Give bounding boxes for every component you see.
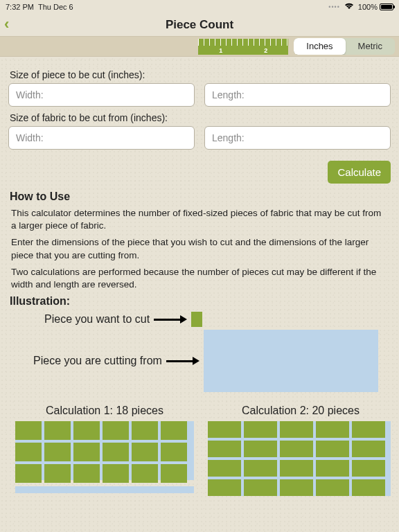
page-title: Piece Count <box>166 18 233 32</box>
piece-width-input[interactable] <box>8 83 195 107</box>
illustration: Piece you want to cut Piece you are cutt… <box>8 312 391 497</box>
calculation-1: Calculation 1: 18 pieces <box>15 405 194 497</box>
illustration-heading: Illustration: <box>10 295 391 308</box>
piece-size-label: Size of piece to be cut (inches): <box>10 69 391 80</box>
piece-length-input[interactable] <box>204 83 391 107</box>
howto-paragraph: Enter the dimensions of the piece that y… <box>11 236 388 261</box>
arrow-right-icon <box>154 315 187 323</box>
nav-bar: ‹ Piece Count <box>0 14 399 36</box>
status-bar: 7:32 PM Thu Dec 6 •••• 100% <box>0 0 399 14</box>
fabric-length-input[interactable] <box>204 126 391 150</box>
illus-fabric-label: Piece you are cutting from <box>33 355 162 367</box>
illus-small-piece <box>191 312 202 327</box>
calc1-grid <box>15 421 194 497</box>
battery-indicator: 100% <box>358 3 393 11</box>
calc2-grid <box>208 421 393 497</box>
ruler-mark: 1 <box>219 47 222 54</box>
status-date: Thu Dec 6 <box>38 3 73 11</box>
illus-piece-label: Piece you want to cut <box>44 313 150 326</box>
cellular-icon: •••• <box>328 3 340 10</box>
arrow-right-icon <box>166 357 200 365</box>
howto-paragraph: Two calculations are performed because t… <box>11 266 388 291</box>
unit-metric[interactable]: Metric <box>346 38 395 55</box>
calc1-title: Calculation 1: 18 pieces <box>15 405 194 417</box>
unit-toolbar: 1 2 Inches Metric <box>0 36 399 57</box>
fabric-size-label: Size of fabric to be cut from (inches): <box>10 112 391 123</box>
status-time: 7:32 PM <box>6 3 34 11</box>
ruler-mark: 2 <box>264 47 267 54</box>
illus-large-fabric <box>204 330 378 392</box>
calculation-2: Calculation 2: 20 pieces <box>208 405 393 497</box>
howto-heading: How to Use <box>10 190 391 203</box>
unit-inches[interactable]: Inches <box>294 38 345 55</box>
calculate-button[interactable]: Calculate <box>328 161 391 184</box>
calc2-title: Calculation 2: 20 pieces <box>208 405 393 417</box>
wifi-icon <box>344 2 354 12</box>
fabric-width-input[interactable] <box>8 126 195 150</box>
back-button[interactable]: ‹ <box>4 17 9 32</box>
unit-segmented-control[interactable]: Inches Metric <box>294 38 395 55</box>
ruler-icon: 1 2 <box>198 39 288 55</box>
battery-percent: 100% <box>358 3 378 11</box>
howto-paragraph: This calculator determines the number of… <box>11 207 388 232</box>
